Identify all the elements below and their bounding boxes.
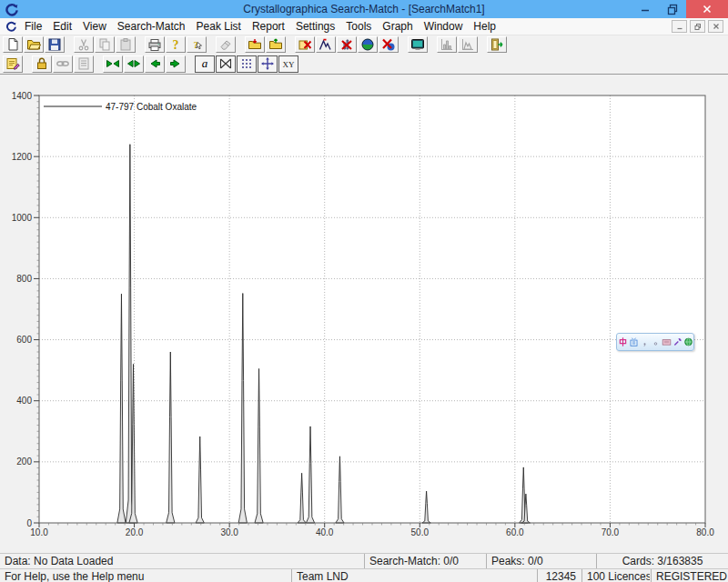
menu-help[interactable]: Help [468, 19, 501, 34]
ime-language-globe-icon[interactable] [683, 336, 693, 348]
arrow-right-button[interactable] [166, 55, 186, 73]
arrow-right-icon [168, 56, 183, 71]
erase-button [216, 36, 236, 53]
ime-punct-half-icon[interactable] [640, 336, 650, 348]
minimize-button[interactable] [632, 0, 659, 18]
monitor-display-button[interactable] [408, 36, 428, 53]
context-help-button[interactable]: ? [187, 36, 207, 53]
italic-a-toggle-icon: a [197, 56, 212, 71]
cut-icon [76, 37, 91, 52]
menu-graph[interactable]: Graph [377, 19, 418, 34]
toolbar-graph: aXY [0, 54, 728, 75]
toolbar-separator [95, 54, 102, 74]
menu-report[interactable]: Report [247, 19, 290, 34]
export-cards-button[interactable] [266, 36, 286, 53]
sphere-delete-button[interactable] [379, 36, 399, 53]
status1-field-3: Cards: 3/163835 [596, 554, 728, 568]
grid-toggle-icon [239, 56, 254, 71]
y-tick-label: 1200 [12, 152, 33, 162]
menu-file[interactable]: File [19, 19, 47, 34]
padlock-button[interactable] [32, 55, 52, 73]
grid-toggle-button[interactable] [237, 55, 257, 73]
restore-button[interactable] [659, 0, 686, 18]
mdi-minimize-button[interactable] [672, 20, 687, 33]
status2-field-1: Team LND [291, 569, 536, 582]
open-folder-button[interactable] [24, 36, 44, 53]
menu-window[interactable]: Window [419, 19, 469, 34]
y-tick-label: 400 [16, 396, 32, 406]
mdi-restore-button[interactable] [690, 20, 705, 33]
link-button [53, 55, 73, 73]
arrows-compress-button[interactable] [103, 55, 123, 73]
peak-search-button[interactable] [316, 36, 336, 53]
status2-field-0: For Help, use the Help menu [0, 569, 290, 582]
xy-axes-toggle-button[interactable]: XY [278, 55, 298, 73]
pattern-delete-icon [339, 37, 354, 52]
histogram-1-button [437, 36, 457, 53]
italic-a-toggle-button[interactable]: a [195, 55, 215, 73]
toolbar-separator [429, 35, 436, 54]
x-tick-label: 50.0 [411, 527, 430, 537]
link-icon [56, 56, 70, 71]
toolbar-separator [399, 35, 407, 54]
zoom-extents-toggle-icon [218, 56, 233, 71]
structure-sphere-button[interactable] [358, 36, 378, 53]
context-help-icon: ? [189, 37, 204, 52]
pattern-delete-button[interactable] [337, 36, 357, 53]
help-button[interactable]: ? [166, 36, 186, 53]
close-button[interactable] [686, 0, 728, 18]
arrows-expand-button[interactable] [124, 55, 144, 73]
card-list-button [74, 55, 94, 73]
ime-settings-wrench-icon[interactable] [672, 336, 682, 348]
menu-edit[interactable]: Edit [47, 19, 77, 34]
ime-soft-keyboard-icon[interactable] [662, 336, 672, 348]
exit-application-button[interactable] [487, 36, 507, 53]
zoom-extents-toggle-button[interactable] [216, 55, 236, 73]
toolbar-main: ?? [0, 35, 728, 54]
menu-tools[interactable]: Tools [340, 19, 377, 34]
ime-punct-full-icon[interactable] [651, 336, 661, 348]
menu-peak-list[interactable]: Peak List [191, 19, 247, 34]
save-file-button[interactable] [45, 36, 65, 53]
print-icon [147, 37, 162, 52]
exit-application-icon [490, 37, 504, 52]
ime-chinese-mode-icon[interactable] [618, 336, 628, 348]
window-title: Crystallographica Search-Match - [Search… [0, 3, 728, 15]
menu-view[interactable]: View [77, 19, 112, 34]
arrow-left-button[interactable] [145, 55, 165, 73]
y-tick-label: 600 [16, 335, 32, 345]
legend-label: 47-797 Cobalt Oxalate [106, 102, 197, 112]
app-logo-icon [5, 3, 18, 16]
print-button[interactable] [145, 36, 165, 53]
application-window: Crystallographica Search-Match - [Search… [0, 0, 728, 582]
mdi-close-button[interactable] [708, 20, 723, 33]
report-notes-button[interactable] [3, 55, 23, 73]
paste-icon [118, 37, 133, 52]
menu-settings[interactable]: Settings [290, 19, 340, 34]
toolbar-separator [237, 35, 244, 54]
y-tick-label: 1000 [12, 213, 33, 223]
card-delete-icon [298, 37, 312, 52]
y-tick-label: 800 [16, 274, 32, 284]
card-list-icon [76, 56, 91, 71]
ime-simplified-mode-icon[interactable] [629, 336, 639, 348]
new-document-button[interactable] [3, 36, 23, 53]
svg-text:?: ? [173, 38, 179, 52]
save-file-icon [47, 37, 62, 52]
new-document-icon [5, 37, 20, 52]
ime-language-bar[interactable] [616, 333, 694, 351]
window-controls [632, 0, 728, 18]
status2-field-2: 12345 [537, 569, 581, 582]
structure-sphere-icon [360, 37, 375, 52]
move-toggle-icon [260, 56, 275, 71]
move-toggle-button[interactable] [258, 55, 278, 73]
toolbar-separator [187, 54, 194, 74]
import-cards-button[interactable] [245, 36, 265, 53]
y-tick-label: 0 [26, 518, 32, 528]
histogram-2-button [458, 36, 478, 53]
menu-search-match[interactable]: Search-Match [112, 19, 191, 34]
card-delete-button[interactable] [295, 36, 315, 53]
chart-area: 10.020.030.040.050.060.070.080.002004006… [0, 75, 728, 553]
status-bar-upper: Data: No Data LoadedSearch-Match: 0/0Pea… [0, 553, 728, 568]
toolbar-separator [66, 35, 73, 54]
